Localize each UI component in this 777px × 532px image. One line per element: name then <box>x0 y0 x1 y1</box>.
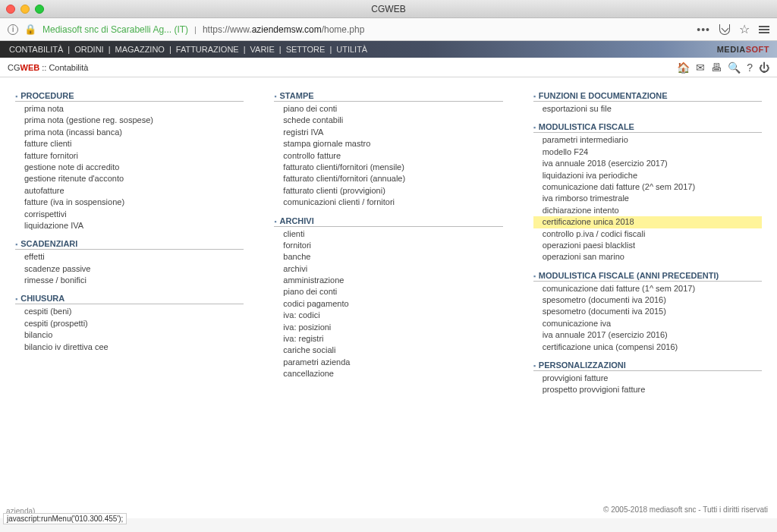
section-procedure: PROCEDURE <box>15 91 244 102</box>
link-esportazioni-su-file[interactable]: esportazioni su file <box>533 103 762 115</box>
site-identity[interactable]: Mediasoft snc di Scarabelli Ag... (IT) <box>42 24 188 35</box>
link-clienti[interactable]: clienti <box>274 228 502 240</box>
link-modello-f24[interactable]: modello F24 <box>533 146 762 158</box>
menu-fatturazione[interactable]: FATTURAZIONE <box>175 45 241 54</box>
link-gestione-note-di-accredito[interactable]: gestione note di accredito <box>15 162 244 173</box>
help-icon[interactable]: ? <box>747 61 753 74</box>
section-scadenziari: SCADENZIARI <box>15 239 244 250</box>
link-prospetto-provvigioni-fatture[interactable]: prospetto provvigioni fatture <box>533 384 762 395</box>
link-iva-posizioni[interactable]: iva: posizioni <box>274 322 502 333</box>
section-modulistica-fiscale: MODULISTICA FISCALE <box>533 122 762 133</box>
close-button[interactable] <box>6 5 15 14</box>
link-parametri-azienda[interactable]: parametri azienda <box>274 357 502 368</box>
link-iva-annuale-2017-esercizio-2016-[interactable]: iva annuale 2017 (esercizio 2016) <box>533 329 762 341</box>
link-cespiti-beni-[interactable]: cespiti (beni) <box>15 306 244 317</box>
link-prima-nota-gestione-reg-sospese-[interactable]: prima nota (gestione reg. sospese) <box>15 115 244 126</box>
link-controllo-p-iva-codici-fiscali[interactable]: controllo p.iva / codici fiscali <box>533 228 762 240</box>
link-spesometro-documenti-iva-2016-[interactable]: spesometro (documenti iva 2016) <box>533 294 762 306</box>
link-piano-dei-conti[interactable]: piano dei conti <box>274 286 502 297</box>
link-liquidazioni-iva-periodiche[interactable]: liquidazioni iva periodiche <box>533 170 762 181</box>
mail-icon[interactable]: ✉ <box>696 61 705 74</box>
footer-copyright: © 2005-2018 mediasoft snc - Tutti i diri… <box>603 505 768 514</box>
link-comunicazione-iva[interactable]: comunicazione iva <box>533 318 762 329</box>
menu-ordini[interactable]: ORDINI <box>73 45 105 54</box>
link-fatturato-clienti-fornitori-mensile-[interactable]: fatturato clienti/fornitori (mensile) <box>274 162 502 173</box>
link-liquidazione-iva[interactable]: liquidazione IVA <box>15 220 244 231</box>
minimize-button[interactable] <box>20 5 30 14</box>
link-iva-registri[interactable]: iva: registri <box>274 333 502 345</box>
link-stampa-giornale-mastro[interactable]: stampa giornale mastro <box>274 138 502 150</box>
link-certificazione-unica-compensi-2016-[interactable]: certificazione unica (compensi 2016) <box>533 342 762 353</box>
link-rimesse-bonifici[interactable]: rimesse / bonifici <box>15 275 244 286</box>
link-iva-rimborso-trimestrale[interactable]: iva rimborso trimestrale <box>533 193 762 204</box>
main-menu: CONTABILITÀ|ORDINI|MAGAZZINO|FATTURAZION… <box>0 41 777 58</box>
menu-icon[interactable] <box>759 26 769 33</box>
link-operazioni-paesi-blacklist[interactable]: operazioni paesi blacklist <box>533 240 762 251</box>
link-schede-contabili[interactable]: schede contabili <box>274 115 502 126</box>
print-icon[interactable]: 🖶 <box>711 61 722 74</box>
link-fatture-fornitori[interactable]: fatture fornitori <box>15 150 244 162</box>
link-cariche-sociali[interactable]: cariche sociali <box>274 345 502 356</box>
link-controllo-fatture[interactable]: controllo fatture <box>274 150 502 162</box>
section-stampe: STAMPE <box>274 91 502 102</box>
addr-separator: | <box>194 25 197 34</box>
section-archivi: ARCHIVI <box>274 216 502 227</box>
link-archivi[interactable]: archivi <box>274 263 502 275</box>
link-fornitori[interactable]: fornitori <box>274 240 502 251</box>
link-comunicazione-dati-fatture-2-sem-2017-[interactable]: comunicazione dati fatture (2^ sem 2017) <box>533 181 762 193</box>
link-bilancio[interactable]: bilancio <box>15 329 244 341</box>
link-corrispettivi[interactable]: corrispettivi <box>15 209 244 220</box>
menu-utilità[interactable]: UTILITÀ <box>335 45 369 54</box>
menu-varie[interactable]: VARIE <box>249 45 276 54</box>
link-scadenze-passive[interactable]: scadenze passive <box>15 263 244 275</box>
menu-contabilità[interactable]: CONTABILITÀ <box>8 45 64 54</box>
column-1: PROCEDUREprima notaprima nota (gestione … <box>0 91 259 518</box>
link-iva-annuale-2018-esercizio-2017-[interactable]: iva annuale 2018 (esercizio 2017) <box>533 158 762 169</box>
link-fatture-clienti[interactable]: fatture clienti <box>15 138 244 150</box>
link-prima-nota[interactable]: prima nota <box>15 103 244 115</box>
section-personalizzazioni: PERSONALIZZAZIONI <box>533 360 762 371</box>
more-icon[interactable]: ••• <box>697 24 710 36</box>
pocket-icon[interactable] <box>719 24 730 35</box>
window-title: CGWEB <box>371 4 405 14</box>
link-comunicazione-dati-fatture-1-sem-2017-[interactable]: comunicazione dati fatture (1^ sem 2017) <box>533 283 762 294</box>
link-certificazione-unica-2018[interactable]: certificazione unica 2018 <box>533 216 762 228</box>
home-icon[interactable]: 🏠 <box>677 61 690 74</box>
link-banche[interactable]: banche <box>274 251 502 263</box>
link-fatture-iva-in-sospensione-[interactable]: fatture (iva in sospensione) <box>15 197 244 208</box>
link-piano-dei-conti[interactable]: piano dei conti <box>274 103 502 115</box>
link-operazioni-san-marino[interactable]: operazioni san marino <box>533 251 762 263</box>
menu-magazzino[interactable]: MAGAZZINO <box>114 45 166 54</box>
url-display[interactable]: https://www.aziendemsw.com/home.php <box>203 24 364 35</box>
link-registri-iva[interactable]: registri IVA <box>274 127 502 138</box>
search-icon[interactable]: 🔍 <box>728 61 741 74</box>
link-fatturato-clienti-provvigioni-[interactable]: fatturato clienti (provvigioni) <box>274 185 502 197</box>
link-prima-nota-incassi-banca-[interactable]: prima nota (incassi banca) <box>15 127 244 138</box>
breadcrumb-bar: CGWEB :: Contabilità 🏠 ✉ 🖶 🔍 ? ⏻ <box>0 58 777 77</box>
link-cespiti-prospetti-[interactable]: cespiti (prospetti) <box>15 318 244 329</box>
menu-settore[interactable]: SETTORE <box>285 45 327 54</box>
section-modulistica-fiscale-anni-precedenti-: MODULISTICA FISCALE (ANNI PRECEDENTI) <box>533 271 762 282</box>
link-effetti[interactable]: effetti <box>15 251 244 263</box>
section-chiusura: CHIUSURA <box>15 294 244 304</box>
link-autofatture[interactable]: autofatture <box>15 185 244 197</box>
power-icon[interactable]: ⏻ <box>759 61 769 74</box>
maximize-button[interactable] <box>35 5 44 14</box>
link-gestione-ritenute-d-acconto[interactable]: gestione ritenute d'acconto <box>15 173 244 184</box>
link-cancellazione[interactable]: cancellazione <box>274 368 502 379</box>
link-spesometro-documenti-iva-2015-[interactable]: spesometro (documenti iva 2015) <box>533 306 762 317</box>
link-fatturato-clienti-fornitori-annuale-[interactable]: fatturato clienti/fornitori (annuale) <box>274 173 502 184</box>
info-icon[interactable]: i <box>8 24 18 35</box>
status-js: javascript:runMenu('010.300.455'); <box>3 513 127 524</box>
link-dichiarazione-intento[interactable]: dichiarazione intento <box>533 205 762 216</box>
link-amministrazione[interactable]: amministrazione <box>274 275 502 286</box>
link-parametri-intermediario[interactable]: parametri intermediario <box>533 134 762 146</box>
link-comunicazioni-clienti-fornitori[interactable]: comunicazioni clienti / fornitori <box>274 197 502 208</box>
link-iva-codici[interactable]: iva: codici <box>274 310 502 321</box>
link-codici-pagamento[interactable]: codici pagamento <box>274 298 502 310</box>
content-area: PROCEDUREprima notaprima nota (gestione … <box>0 77 777 518</box>
bookmark-icon[interactable]: ☆ <box>739 22 750 36</box>
link-provvigioni-fatture[interactable]: provvigioni fatture <box>533 373 762 384</box>
link-bilancio-iv-direttiva-cee[interactable]: bilancio iv direttiva cee <box>15 342 244 353</box>
mac-titlebar: CGWEB <box>0 0 777 18</box>
